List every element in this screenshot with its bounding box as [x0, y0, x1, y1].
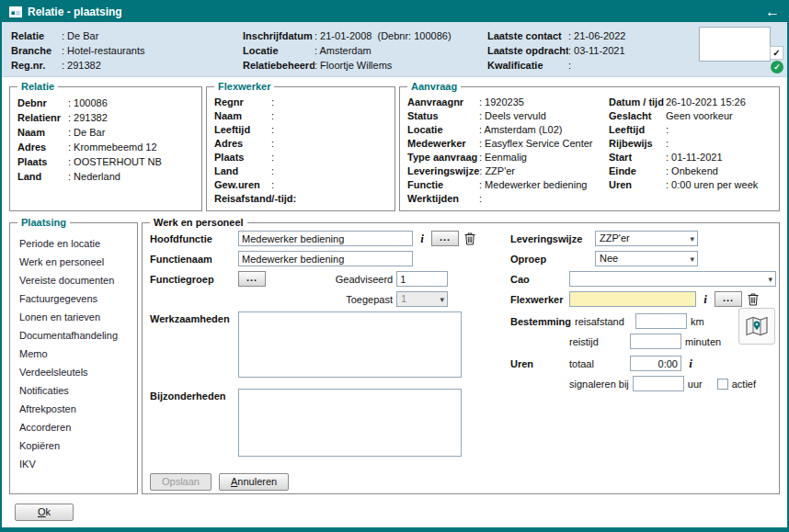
- relatie-legend: Relatie: [17, 80, 58, 93]
- reisafstand-input[interactable]: [635, 313, 687, 329]
- aanvraag-right-column: Datum / tijd26-10-2021 15:26 GeslachtGee…: [609, 96, 758, 192]
- totaal-input[interactable]: [630, 356, 681, 371]
- header-col-laatste: Laatste contact: 21-06-2022 Laatste opdr…: [487, 28, 625, 73]
- field-value: : 1920235: [479, 96, 524, 109]
- oproep-select[interactable]: Nee▾: [595, 251, 698, 266]
- field-label: Leveringswijze: [407, 164, 479, 178]
- page-title: Relatie - plaatsing: [28, 6, 760, 18]
- field-label: Adres: [214, 137, 271, 151]
- header-col-inschrijving: Inschrijfdatum: 21-01-2008 (Debnr: 10008…: [243, 28, 452, 73]
- plaatsing-legend: Plaatsing: [17, 216, 70, 229]
- opslaan-button[interactable]: Opslaan: [150, 473, 212, 491]
- aanvraag-panel: Aanvraag Aanvraagnr: 1920235 Status: Dee…: [399, 86, 780, 211]
- check-indicator[interactable]: ✓: [770, 46, 783, 60]
- toegepast-select[interactable]: 1▾: [396, 291, 448, 307]
- field-label: Relatie: [11, 28, 62, 43]
- sidebar-item-notificaties[interactable]: Notificaties: [19, 381, 133, 400]
- sidebar-item-ikv[interactable]: IKV: [19, 455, 133, 473]
- field-value: : 291382: [68, 110, 108, 125]
- werkzaamheden-textarea[interactable]: [238, 311, 462, 378]
- field-label: Start: [609, 151, 666, 164]
- functienaam-input[interactable]: [238, 251, 413, 266]
- field-value: : 01-11-2021: [666, 151, 723, 164]
- field-label: Leeftijd: [214, 123, 271, 137]
- actief-label: actief: [732, 379, 756, 390]
- ok-button[interactable]: Ok: [15, 504, 74, 521]
- trash-icon: [464, 232, 475, 245]
- field-value: :: [271, 137, 274, 151]
- field-label: Regnr: [214, 96, 271, 109]
- field-value: : De Bar: [62, 28, 98, 43]
- leveringswijze-label: Leveringswijze: [510, 233, 591, 244]
- functiegroep-browse-button[interactable]: ...: [238, 271, 266, 287]
- leveringswijze-select[interactable]: ZZP'er▾: [595, 231, 698, 246]
- signaleren-input[interactable]: [633, 376, 684, 391]
- flexwerker-info-button[interactable]: i: [700, 291, 711, 307]
- field-label: Relatiebeheerder: [243, 58, 314, 73]
- cao-select[interactable]: ▾: [569, 271, 776, 287]
- flexwerker-delete-button[interactable]: [746, 293, 760, 306]
- field-label: Land: [17, 169, 68, 184]
- sidebar-item-lonen-en-tarieven[interactable]: Lonen en tarieven: [19, 308, 133, 326]
- field-value: : 03-11-2021: [568, 43, 625, 58]
- hoofdfunctie-input[interactable]: [238, 231, 413, 246]
- hoofdfunctie-browse-button[interactable]: ...: [431, 231, 459, 246]
- field-value: : Nederland: [68, 169, 120, 184]
- field-label: Gew.uren: [214, 178, 271, 192]
- sidebar-item-memo[interactable]: Memo: [19, 345, 133, 363]
- field-label: Reisafstand/-tijd:: [214, 192, 296, 206]
- field-label: Datum / tijd: [609, 96, 666, 109]
- sidebar-item-vereiste-documenten[interactable]: Vereiste documenten: [19, 271, 133, 289]
- sidebar-item-periode-en-locatie[interactable]: Periode en locatie: [19, 234, 133, 253]
- werkzaamheden-label: Werkzaamheden: [150, 313, 230, 324]
- signaleren-bij-label: signaleren bij: [569, 379, 629, 390]
- trash-icon: [748, 293, 759, 306]
- km-unit-label: km: [691, 316, 704, 327]
- reistijd-input[interactable]: [630, 334, 681, 349]
- map-button[interactable]: [738, 308, 775, 345]
- relatie-panel: Relatie Debnr: 100086 Relatienr: 291382 …: [9, 86, 202, 211]
- field-value: 26-10-2021 15:26: [666, 96, 746, 109]
- functiegroep-label: Functiegroep: [150, 274, 234, 285]
- sidebar-item-factuurgegevens[interactable]: Factuurgegevens: [19, 289, 133, 308]
- hoofdfunctie-label: Hoofdfunctie: [150, 233, 234, 244]
- sidebar-item-documentafhandeling[interactable]: Documentafhandeling: [19, 326, 133, 345]
- uren-label: Uren: [510, 358, 566, 369]
- sidebar-item-accorderen[interactable]: Accorderen: [19, 418, 133, 436]
- field-label: Status: [407, 109, 479, 123]
- geadviseerd-input[interactable]: [396, 271, 448, 287]
- relation-header: Relatie: De Bar Branche: Hotel-restauran…: [2, 22, 787, 77]
- chevron-down-icon: ▾: [768, 273, 772, 286]
- annuleren-button[interactable]: Annuleren: [219, 473, 289, 491]
- actief-checkbox[interactable]: [717, 379, 728, 390]
- field-value: : Amsterdam: [314, 43, 372, 58]
- sidebar-item-aftrekposten[interactable]: Aftrekposten: [19, 400, 133, 418]
- field-value: :: [271, 96, 274, 109]
- relatie-plaatsing-window: Relatie - plaatsing ← Relatie: De Bar Br…: [0, 0, 789, 532]
- flexwerker-label: Flexwerker: [510, 294, 566, 305]
- selected-value: 1: [401, 293, 406, 304]
- title-bar: Relatie - plaatsing ←: [2, 2, 787, 22]
- hoofdfunctie-info-button[interactable]: i: [417, 231, 428, 246]
- field-value: : Floortje Willems: [314, 58, 392, 73]
- window-bottom-border: [2, 527, 787, 530]
- field-value: : De Bar: [68, 125, 105, 140]
- back-button[interactable]: ←: [765, 5, 780, 19]
- field-value: : Krommebeemd 12: [68, 140, 157, 154]
- bijzonderheden-textarea[interactable]: [238, 389, 462, 457]
- totaal-info-button[interactable]: i: [685, 356, 696, 371]
- sidebar-item-kopieren[interactable]: Kopiëren: [19, 436, 133, 455]
- field-value: : 291382: [62, 58, 101, 73]
- sidebar-item-verdeelsleutels[interactable]: Verdeelsleutels: [19, 363, 133, 381]
- reisafstand-label: reisafstand: [575, 316, 632, 327]
- aanvraag-left-column: Aanvraagnr: 1920235 Status: Deels vervul…: [407, 96, 593, 206]
- totaal-label: totaal: [569, 358, 626, 369]
- flexwerker-browse-button[interactable]: ...: [715, 291, 742, 307]
- field-label: Locatie: [407, 123, 479, 137]
- hoofdfunctie-delete-button[interactable]: [463, 232, 477, 245]
- field-value: : Deels vervuld: [479, 109, 546, 123]
- selected-value: ZZP'er: [600, 232, 630, 243]
- header-col-relatie: Relatie: De Bar Branche: Hotel-restauran…: [11, 28, 144, 73]
- flexwerker-input[interactable]: [569, 291, 696, 307]
- sidebar-item-werk-en-personeel[interactable]: Werk en personeel: [19, 253, 133, 271]
